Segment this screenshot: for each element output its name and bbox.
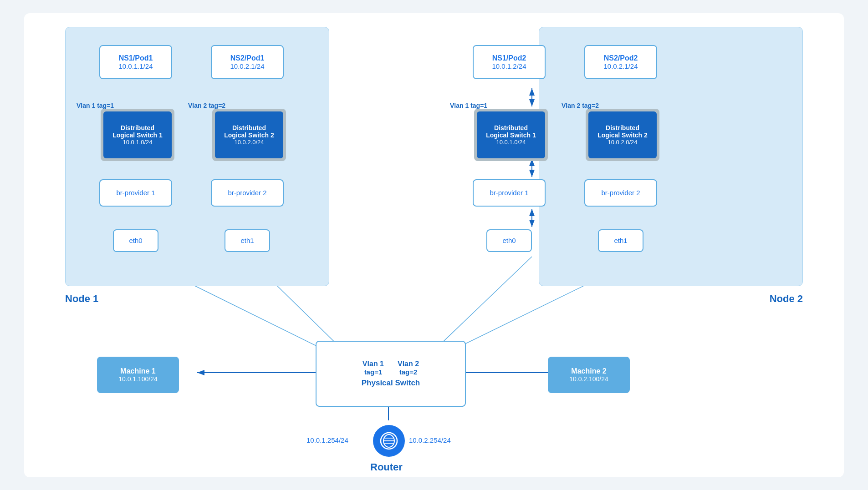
node1-brprovider1-label: br-provider 1: [116, 189, 155, 197]
node1-switch1-ip: 10.0.1.0/24: [123, 139, 152, 146]
node1-pod2: NS2/Pod1 10.0.2.1/24: [211, 45, 284, 79]
node2-brprovider1: br-provider 1: [473, 179, 546, 207]
node1-eth0-label: eth0: [129, 237, 142, 244]
node2-switch2: Distributed Logical Switch 2 10.0.2.0/24: [588, 111, 657, 158]
machine2-box: Machine 2 10.0.2.100/24: [548, 357, 630, 393]
node1-switch2: Distributed Logical Switch 2 10.0.2.0/24: [215, 111, 283, 158]
node1-pod1: NS1/Pod1 10.0.1.1/24: [99, 45, 172, 79]
node2-switch1-ip: 10.0.1.0/24: [496, 139, 526, 146]
node1-pod2-ip: 10.0.2.1/24: [230, 62, 264, 70]
physical-switch: Vlan 1 tag=1 Vlan 2 tag=2 Physical Switc…: [316, 341, 466, 407]
node1-brprovider1: br-provider 1: [99, 179, 172, 207]
node1-label: Node 1: [65, 293, 98, 305]
vlan1-label: Vlan 1: [363, 360, 384, 368]
diagram-container: Node 1 Node 2 NS1/Pod1 10.0.1.1/24 Vlan …: [24, 13, 844, 477]
machine2-label: Machine 2: [571, 367, 606, 375]
node1-brprovider2-label: br-provider 2: [228, 189, 266, 197]
vlan1-tag: tag=1: [363, 368, 384, 376]
router-label: Router: [370, 461, 403, 473]
router-ip-right: 10.0.2.254/24: [409, 436, 451, 444]
node2-pod1-name: NS1/Pod2: [492, 54, 526, 62]
node2-pod2-ip: 10.0.2.1/24: [603, 62, 638, 70]
node2-eth1-label: eth1: [614, 237, 627, 244]
node1-switch1: Distributed Logical Switch 1 10.0.1.0/24: [103, 111, 172, 158]
node1-switch2-wrapper: Distributed Logical Switch 2 10.0.2.0/24: [212, 109, 286, 161]
node2-vlan2-label: Vlan 2 tag=2: [562, 102, 599, 109]
node2-label: Node 2: [770, 293, 803, 305]
node2-pod2-name: NS2/Pod2: [604, 54, 638, 62]
router-ip-left: 10.0.1.254/24: [306, 436, 348, 444]
node1-pod1-ip: 10.0.1.1/24: [118, 62, 153, 70]
node2-switch1-name: Distributed Logical Switch 1: [486, 124, 536, 139]
node2-switch2-name: Distributed Logical Switch 2: [597, 124, 648, 139]
node1-switch2-name: Distributed Logical Switch 2: [224, 124, 274, 139]
node1-eth1-label: eth1: [240, 237, 254, 244]
machine1-ip: 10.0.1.100/24: [118, 375, 158, 383]
node2-eth0-label: eth0: [502, 237, 516, 244]
node2-switch1-wrapper: Distributed Logical Switch 1 10.0.1.0/24: [474, 109, 548, 161]
node2-eth0: eth0: [486, 229, 532, 252]
node2-brprovider2-label: br-provider 2: [601, 189, 640, 197]
node1-pod2-name: NS2/Pod1: [230, 54, 265, 62]
node1-eth0: eth0: [113, 229, 158, 252]
machine1-label: Machine 1: [120, 367, 155, 375]
node2-pod2: NS2/Pod2 10.0.2.1/24: [584, 45, 657, 79]
node1-switch1-wrapper: Distributed Logical Switch 1 10.0.1.0/24: [101, 109, 174, 161]
node2-pod1: NS1/Pod2 10.0.1.2/24: [473, 45, 546, 79]
router-circle: [373, 425, 405, 457]
node2-vlan1-label: Vlan 1 tag=1: [450, 102, 487, 109]
node2-switch2-ip: 10.0.2.0/24: [608, 139, 637, 146]
machine2-ip: 10.0.2.100/24: [569, 375, 608, 383]
node2-box: [539, 27, 803, 286]
vlan2-tag: tag=2: [398, 368, 419, 376]
node2-switch1: Distributed Logical Switch 1 10.0.1.0/24: [477, 111, 545, 158]
node2-brprovider1-label: br-provider 1: [490, 189, 528, 197]
node1-pod1-name: NS1/Pod1: [119, 54, 153, 62]
node1-vlan1-label: Vlan 1 tag=1: [77, 102, 114, 109]
node1-switch2-ip: 10.0.2.0/24: [234, 139, 264, 146]
node2-brprovider2: br-provider 2: [584, 179, 657, 207]
node2-switch2-wrapper: Distributed Logical Switch 2 10.0.2.0/24: [586, 109, 659, 161]
node1-brprovider2: br-provider 2: [211, 179, 284, 207]
router-icon: [380, 432, 398, 450]
node1-vlan2-label: Vlan 2 tag=2: [188, 102, 225, 109]
vlan2-label: Vlan 2: [398, 360, 419, 368]
machine1-box: Machine 1 10.0.1.100/24: [97, 357, 179, 393]
node2-pod1-ip: 10.0.1.2/24: [492, 62, 526, 70]
node2-eth1: eth1: [598, 229, 643, 252]
node1-eth1: eth1: [225, 229, 270, 252]
physical-switch-title: Physical Switch: [362, 379, 420, 388]
node1-switch1-name: Distributed Logical Switch 1: [112, 124, 163, 139]
